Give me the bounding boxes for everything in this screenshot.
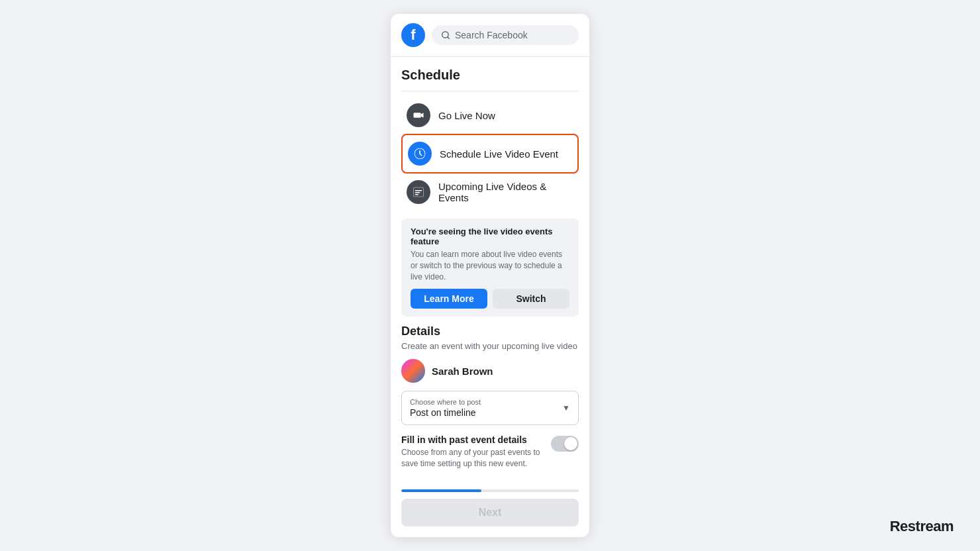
- info-box-buttons: Learn More Switch: [411, 289, 569, 309]
- toggle-description: Choose from any of your past events to s…: [401, 447, 544, 470]
- past-event-toggle[interactable]: [551, 436, 579, 452]
- facebook-f-icon: f: [411, 28, 415, 42]
- svg-rect-8: [415, 190, 422, 191]
- info-box-description: You can learn more about live video even…: [411, 249, 569, 282]
- svg-rect-9: [415, 192, 420, 193]
- schedule-live-label: Schedule Live Video Event: [440, 148, 558, 160]
- toggle-label: Fill in with past event details: [401, 434, 544, 445]
- switch-button[interactable]: Switch: [493, 289, 569, 309]
- svg-rect-2: [414, 113, 421, 118]
- chevron-down-icon: ▼: [562, 403, 570, 413]
- schedule-title: Schedule: [401, 68, 579, 83]
- toggle-knob: [564, 437, 577, 450]
- info-box-title: You're seeing the live video events feat…: [411, 226, 569, 246]
- past-event-toggle-row: Fill in with past event details Choose f…: [401, 434, 579, 470]
- learn-more-button[interactable]: Learn More: [411, 289, 487, 309]
- user-avatar: [401, 359, 425, 383]
- search-placeholder-text: Search Facebook: [455, 30, 528, 40]
- upcoming-icon: [407, 180, 430, 204]
- details-title: Details: [401, 325, 579, 338]
- progress-bar: [401, 489, 579, 492]
- search-icon: [441, 30, 450, 40]
- svg-rect-10: [415, 194, 418, 195]
- details-description: Create an event with your upcoming live …: [401, 341, 579, 351]
- next-button[interactable]: Next: [401, 499, 579, 526]
- schedule-live-icon: [408, 142, 432, 166]
- content-area: Schedule Go Live Now Schedule Live Vi: [391, 57, 589, 489]
- main-panel: f Search Facebook Schedule Go Live Now: [391, 14, 589, 537]
- toggle-text-col: Fill in with past event details Choose f…: [401, 434, 544, 470]
- dropdown-value: Post on timeline: [410, 407, 481, 418]
- menu-item-upcoming[interactable]: Upcoming Live Videos & Events: [401, 174, 579, 211]
- user-row: Sarah Brown: [401, 359, 579, 383]
- svg-line-1: [448, 37, 450, 39]
- go-live-icon: [407, 103, 430, 127]
- go-live-label: Go Live Now: [438, 110, 495, 121]
- footer: Next: [391, 489, 589, 537]
- progress-fill: [401, 489, 481, 492]
- header: f Search Facebook: [391, 14, 589, 57]
- restream-watermark: Restream: [890, 518, 954, 535]
- search-bar[interactable]: Search Facebook: [432, 25, 579, 45]
- divider-1: [401, 91, 579, 91]
- svg-marker-3: [421, 113, 424, 118]
- dropdown-label: Choose where to post: [410, 398, 481, 406]
- facebook-logo: f: [401, 23, 425, 47]
- post-location-dropdown[interactable]: Choose where to post Post on timeline ▼: [401, 391, 579, 425]
- dropdown-inner: Choose where to post Post on timeline: [410, 398, 481, 418]
- menu-item-go-live[interactable]: Go Live Now: [401, 97, 579, 134]
- upcoming-label: Upcoming Live Videos & Events: [438, 181, 573, 203]
- user-name: Sarah Brown: [432, 366, 493, 377]
- menu-item-schedule-live[interactable]: Schedule Live Video Event: [401, 134, 579, 174]
- info-box: You're seeing the live video events feat…: [401, 219, 579, 317]
